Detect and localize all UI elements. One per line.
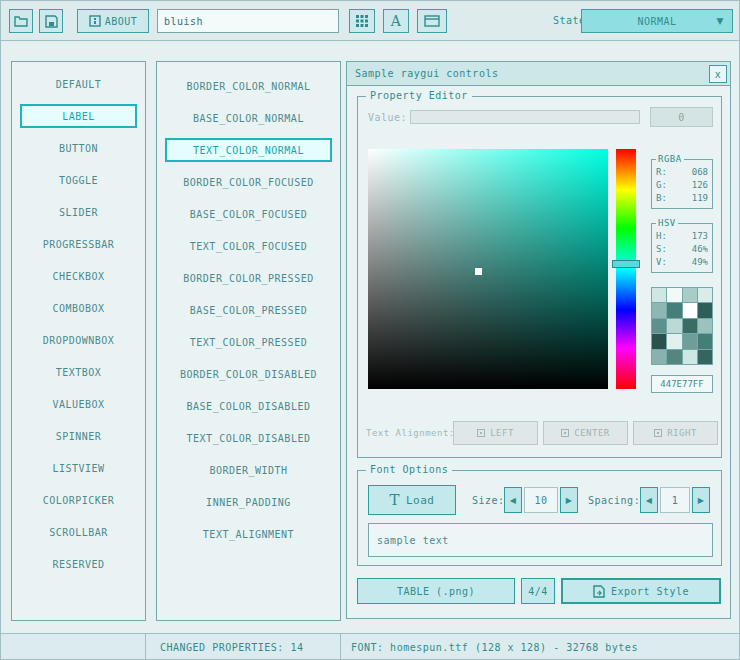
size-value-box[interactable]: 10 xyxy=(524,487,558,513)
color-swatch[interactable] xyxy=(652,303,666,317)
color-swatch[interactable] xyxy=(667,319,681,333)
control-item-slider[interactable]: SLIDER xyxy=(20,200,137,224)
size-decrement-button[interactable]: ◀ xyxy=(504,487,522,513)
spacing-decrement-button[interactable]: ◀ xyxy=(640,487,658,513)
status-font-info: FONT: homespun.ttf (128 x 128) - 32768 b… xyxy=(341,634,740,660)
chevron-left-icon: ◀ xyxy=(510,496,517,505)
spacing-increment-button[interactable]: ▶ xyxy=(692,487,710,513)
align-center-icon xyxy=(561,429,569,437)
color-swatch[interactable] xyxy=(652,350,666,364)
color-swatch[interactable] xyxy=(698,288,712,302)
size-increment-button[interactable]: ▶ xyxy=(560,487,578,513)
color-swatch[interactable] xyxy=(667,350,681,364)
sample-window-titlebar[interactable]: Sample raygui controls x xyxy=(347,62,730,86)
control-item-toggle[interactable]: TOGGLE xyxy=(20,168,137,192)
control-item-textbox[interactable]: TEXTBOX xyxy=(20,360,137,384)
property-item-border-color-focused[interactable]: BORDER_COLOR_FOCUSED xyxy=(165,170,332,194)
control-item-label[interactable]: LABEL xyxy=(20,104,137,128)
property-item-border-color-pressed[interactable]: BORDER_COLOR_PRESSED xyxy=(165,266,332,290)
rgba-b-row: B: 119 xyxy=(656,192,708,205)
control-item-button[interactable]: BUTTON xyxy=(20,136,137,160)
control-item-spinner[interactable]: SPINNER xyxy=(20,424,137,448)
value-label: Value: xyxy=(368,112,407,123)
property-item-border-color-disabled[interactable]: BORDER_COLOR_DISABLED xyxy=(165,362,332,386)
color-swatch[interactable] xyxy=(667,288,681,302)
color-swatch[interactable] xyxy=(683,303,697,317)
color-swatch[interactable] xyxy=(683,334,697,348)
align-center-button[interactable]: CENTER xyxy=(543,421,628,445)
hex-value-box[interactable]: 447E77FF xyxy=(651,375,713,393)
about-button[interactable]: ABOUT xyxy=(77,9,149,33)
color-swatch[interactable] xyxy=(667,303,681,317)
control-item-colorpicker[interactable]: COLORPICKER xyxy=(20,488,137,512)
control-item-valuebox[interactable]: VALUEBOX xyxy=(20,392,137,416)
align-right-label: RIGHT xyxy=(667,428,697,438)
font-A-icon: A xyxy=(391,13,402,29)
color-swatch[interactable] xyxy=(698,334,712,348)
hue-slider-handle[interactable] xyxy=(612,260,640,268)
align-center-label: CENTER xyxy=(574,428,610,438)
page-counter-button[interactable]: 4/4 xyxy=(521,578,555,604)
rgba-panel-label: RGBA xyxy=(656,154,684,164)
status-changed-properties: CHANGED PROPERTIES: 14 xyxy=(146,634,341,660)
sample-text-input[interactable]: sample text xyxy=(368,523,713,557)
export-style-button[interactable]: Export Style xyxy=(561,578,721,604)
color-swatch[interactable] xyxy=(652,319,666,333)
control-item-checkbox[interactable]: CHECKBOX xyxy=(20,264,137,288)
grid-view-button[interactable] xyxy=(349,9,375,33)
close-button[interactable]: x xyxy=(709,65,727,83)
control-item-default[interactable]: DEFAULT xyxy=(20,72,137,96)
property-item-base-color-normal[interactable]: BASE_COLOR_NORMAL xyxy=(165,106,332,130)
r-label: R: xyxy=(656,166,667,179)
window-preview-button[interactable] xyxy=(417,9,447,33)
value-slider[interactable] xyxy=(410,110,640,124)
property-item-base-color-focused[interactable]: BASE_COLOR_FOCUSED xyxy=(165,202,332,226)
hsv-v-row: V: 49% xyxy=(656,256,708,269)
load-font-label: Load xyxy=(406,494,435,507)
property-item-text-color-focused[interactable]: TEXT_COLOR_FOCUSED xyxy=(165,234,332,258)
hsv-s-row: S: 46% xyxy=(656,243,708,256)
property-item-border-width[interactable]: BORDER_WIDTH xyxy=(165,458,332,482)
style-name-input[interactable] xyxy=(157,9,339,33)
property-item-inner-padding[interactable]: INNER_PADDING xyxy=(165,490,332,514)
color-swatch[interactable] xyxy=(698,319,712,333)
color-picker-cursor[interactable] xyxy=(475,268,482,275)
color-gradient-square[interactable] xyxy=(368,149,608,389)
color-swatch[interactable] xyxy=(698,303,712,317)
color-swatch[interactable] xyxy=(667,334,681,348)
load-font-button[interactable]: T Load xyxy=(368,485,456,515)
color-swatch[interactable] xyxy=(652,334,666,348)
save-style-button[interactable] xyxy=(39,9,63,33)
control-item-progressbar[interactable]: PROGRESSBAR xyxy=(20,232,137,256)
property-item-text-color-normal[interactable]: TEXT_COLOR_NORMAL xyxy=(165,138,332,162)
control-item-scrollbar[interactable]: SCROLLBAR xyxy=(20,520,137,544)
control-item-combobox[interactable]: COMBOBOX xyxy=(20,296,137,320)
control-item-listview[interactable]: LISTVIEW xyxy=(20,456,137,480)
table-png-button[interactable]: TABLE (.png) xyxy=(357,578,515,604)
color-swatch[interactable] xyxy=(683,288,697,302)
hue-bar[interactable] xyxy=(616,149,636,389)
property-item-base-color-disabled[interactable]: BASE_COLOR_DISABLED xyxy=(165,394,332,418)
state-dropdown[interactable]: NORMAL ▼ xyxy=(581,9,733,33)
open-style-button[interactable] xyxy=(9,9,33,33)
control-item-dropdownbox[interactable]: DROPDOWNBOX xyxy=(20,328,137,352)
property-item-text-color-pressed[interactable]: TEXT_COLOR_PRESSED xyxy=(165,330,332,354)
control-item-reserved[interactable]: RESERVED xyxy=(20,552,137,576)
property-item-text-color-disabled[interactable]: TEXT_COLOR_DISABLED xyxy=(165,426,332,450)
color-swatch[interactable] xyxy=(683,319,697,333)
align-left-button[interactable]: LEFT xyxy=(453,421,538,445)
property-item-border-color-normal[interactable]: BORDER_COLOR_NORMAL xyxy=(165,74,332,98)
property-item-base-color-pressed[interactable]: BASE_COLOR_PRESSED xyxy=(165,298,332,322)
color-swatch[interactable] xyxy=(698,350,712,364)
hsv-h-row: H: 173 xyxy=(656,230,708,243)
property-item-text-alignment[interactable]: TEXT_ALIGNMENT xyxy=(165,522,332,546)
font-atlas-button[interactable]: A xyxy=(383,9,409,33)
color-swatch[interactable] xyxy=(652,288,666,302)
hsv-panel-label: HSV xyxy=(656,218,678,228)
value-box[interactable]: 0 xyxy=(650,107,713,127)
spacing-value-box[interactable]: 1 xyxy=(660,487,690,513)
align-right-button[interactable]: RIGHT xyxy=(633,421,718,445)
h-label: H: xyxy=(656,230,667,243)
s-value: 46% xyxy=(692,243,708,256)
color-swatch[interactable] xyxy=(683,350,697,364)
